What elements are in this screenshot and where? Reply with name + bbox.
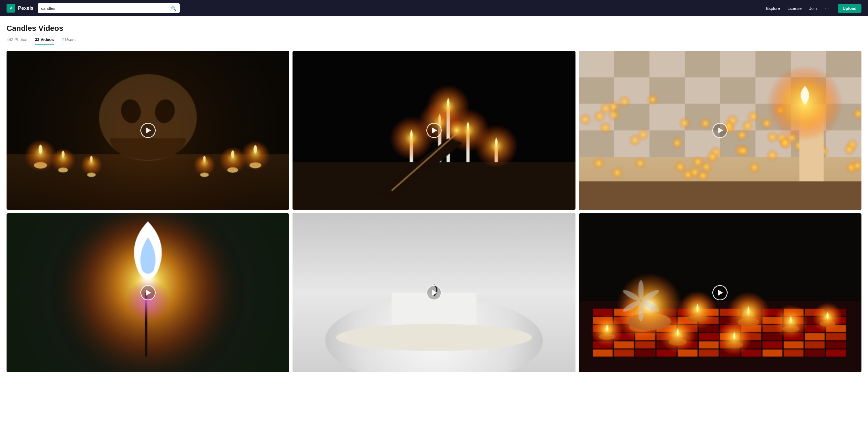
video-card-5[interactable] (292, 213, 575, 372)
search-bar: 🔍 (38, 3, 180, 13)
video-card-1[interactable] (6, 51, 289, 210)
search-icon[interactable]: 🔍 (171, 6, 176, 11)
upload-button[interactable]: Upload (838, 4, 862, 13)
play-button-4[interactable] (141, 285, 156, 300)
tab-users[interactable]: 2 Users (62, 37, 76, 45)
play-icon-2 (432, 128, 437, 133)
page-title: Candles Videos (6, 24, 862, 33)
tab-photos[interactable]: 442 Photos (6, 37, 27, 45)
nav-more[interactable]: ··· (825, 5, 830, 11)
nav-join[interactable]: Join (809, 6, 817, 11)
tab-videos[interactable]: 33 Videos (35, 37, 54, 45)
nav-explore[interactable]: Explore (766, 6, 780, 11)
search-input[interactable] (41, 6, 171, 11)
play-button-3[interactable] (712, 123, 727, 138)
main-content: Candles Videos 442 Photos 33 Videos 2 Us… (0, 17, 868, 379)
tabs: 442 Photos 33 Videos 2 Users (6, 37, 862, 45)
play-button-2[interactable] (426, 123, 442, 138)
logo[interactable]: P Pexels (6, 4, 34, 12)
logo-icon: P (6, 4, 15, 12)
play-icon-5 (432, 290, 437, 296)
video-card-4[interactable] (6, 213, 289, 372)
play-icon-1 (146, 128, 151, 133)
video-card-6[interactable] (579, 213, 862, 373)
play-button-5[interactable] (426, 285, 442, 300)
play-icon-6 (718, 290, 723, 296)
video-grid (6, 51, 862, 379)
video-card-3[interactable] (579, 51, 862, 210)
play-icon-4 (146, 290, 151, 296)
play-icon-3 (718, 128, 723, 133)
header: P Pexels 🔍 Explore License Join ··· Uplo… (0, 0, 868, 17)
nav-license[interactable]: License (787, 6, 802, 11)
play-button-6[interactable] (712, 285, 727, 300)
logo-text: Pexels (18, 5, 34, 11)
play-button-1[interactable] (141, 123, 156, 138)
video-card-2[interactable] (292, 51, 575, 210)
main-nav: Explore License Join ··· Upload (766, 4, 862, 13)
